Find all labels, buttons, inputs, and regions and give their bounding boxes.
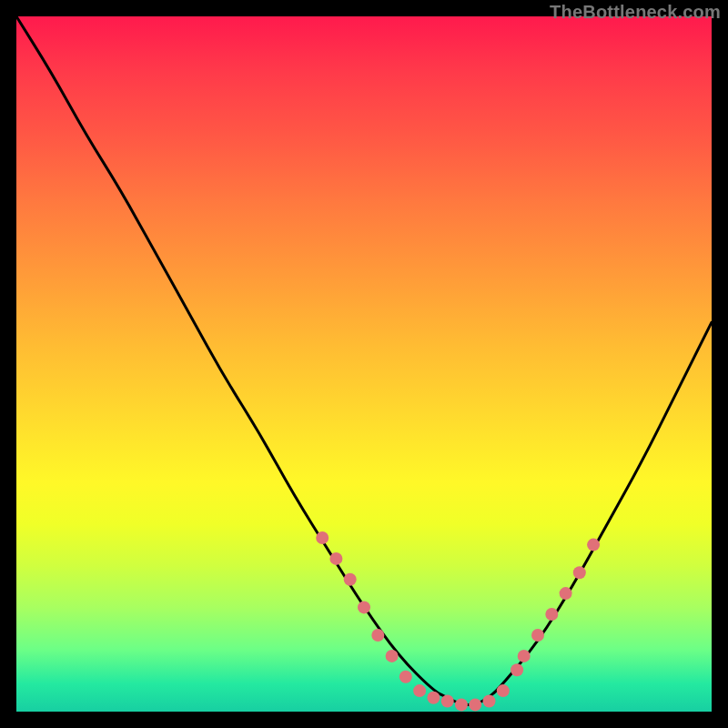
chart-svg [16,16,712,712]
chart-container: { "watermark": "TheBottleneck.com", "col… [0,0,728,728]
marker-dot [344,573,357,586]
marker-dot [518,650,531,662]
watermark-text: TheBottleneck.com [550,2,721,23]
plot-area [16,16,712,712]
marker-dot [497,684,510,697]
marker-dot [316,531,329,544]
marker-dot [469,698,481,711]
marker-dots [316,531,600,711]
marker-dot [573,566,586,579]
marker-dot [358,601,370,613]
marker-dot [560,587,572,600]
marker-dot [413,684,426,697]
marker-dot [455,698,468,711]
marker-dot [329,552,342,565]
marker-dot [427,692,440,704]
marker-dot [511,663,523,676]
marker-dot [545,608,558,621]
marker-dot [587,539,600,551]
marker-dot [441,695,454,708]
marker-dot [483,695,496,708]
marker-dot [386,650,399,662]
marker-dot [371,629,384,642]
marker-dot [531,629,544,642]
marker-dot [399,671,412,683]
